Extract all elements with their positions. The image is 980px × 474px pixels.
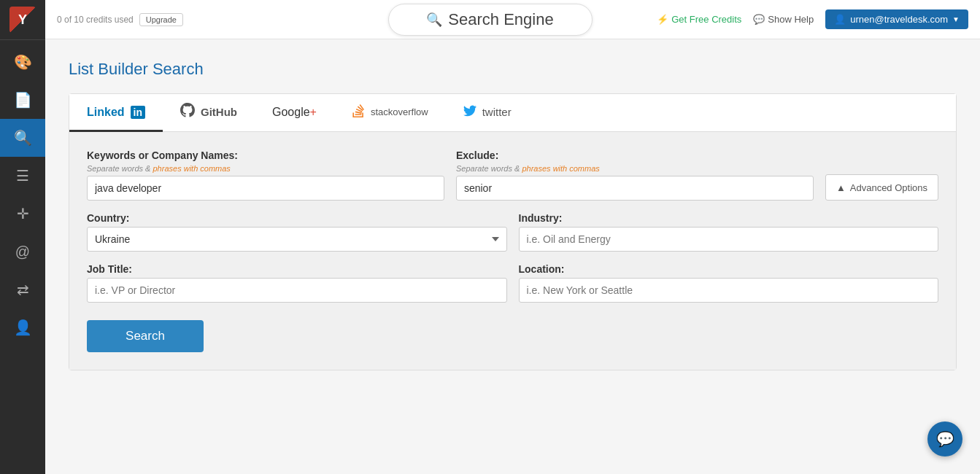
user-icon: 👤 [14, 319, 32, 336]
sidebar-item-target[interactable]: ✛ [0, 195, 45, 233]
tabs-header: Linkedin GitHub Google+ [69, 94, 956, 132]
advanced-options-label: Advanced Options [850, 182, 927, 193]
user-menu-button[interactable]: 👤 urnen@traveldesk.com ▼ [825, 9, 968, 29]
form-row-1: Keywords or Company Names: Separate word… [87, 149, 938, 201]
credits-used-text: 0 of 10 credits used [57, 15, 134, 25]
help-icon: 💬 [753, 14, 765, 25]
country-label: Country: [87, 212, 507, 224]
keywords-input[interactable] [87, 176, 444, 201]
keywords-label: Keywords or Company Names: [87, 149, 444, 161]
industry-input[interactable] [519, 227, 939, 252]
location-input[interactable] [519, 278, 939, 303]
industry-label: Industry: [519, 212, 939, 224]
target-icon: ✛ [17, 205, 29, 222]
logo-icon [9, 7, 36, 33]
keywords-group: Keywords or Company Names: Separate word… [87, 149, 444, 201]
tab-twitter[interactable]: twitter [446, 94, 529, 132]
topbar: 0 of 10 credits used Upgrade 🔍 Search En… [45, 0, 980, 39]
topbar-left: 0 of 10 credits used Upgrade [57, 13, 183, 26]
job-title-group: Job Title: [87, 263, 507, 303]
upgrade-button[interactable]: Upgrade [139, 13, 183, 26]
show-help-button[interactable]: 💬 Show Help [753, 14, 814, 25]
transfer-icon: ⇄ [17, 281, 29, 298]
form-row-3: Job Title: Location: [87, 263, 938, 303]
chat-bubble-button[interactable]: 💬 [927, 421, 962, 456]
get-free-credits-link[interactable]: ⚡ Get Free Credits [657, 14, 741, 25]
stackoverflow-icon [352, 104, 365, 120]
job-title-label: Job Title: [87, 263, 507, 275]
search-icon-pill: 🔍 [426, 12, 442, 28]
chevron-down-icon: ▼ [952, 15, 960, 23]
advanced-options-wrapper: ▲ Advanced Options [825, 174, 938, 201]
sidebar-item-list[interactable]: ☰ [0, 157, 45, 195]
search-button[interactable]: Search [87, 320, 204, 352]
stackoverflow-label: stackoverflow [371, 106, 428, 117]
sidebar-item-email[interactable]: @ [0, 233, 45, 271]
github-icon [180, 103, 195, 121]
tab-content-linkedin: Keywords or Company Names: Separate word… [69, 132, 956, 370]
linkedin-box: in [131, 106, 145, 119]
sidebar: 🎨 📄 🔍 ☰ ✛ @ ⇄ 👤 [0, 0, 45, 474]
user-avatar-icon: 👤 [834, 14, 846, 25]
get-credits-label: Get Free Credits [671, 14, 741, 25]
credits-icon: ⚡ [657, 14, 668, 25]
twitter-label: twitter [482, 106, 512, 118]
palette-icon: 🎨 [14, 53, 32, 71]
exclude-hint: Separate words & phrases with commas [456, 164, 814, 173]
chevron-up-icon: ▲ [836, 182, 846, 193]
sidebar-item-search[interactable]: 🔍 [0, 119, 45, 157]
tab-googleplus[interactable]: Google+ [255, 94, 334, 132]
list-icon: ☰ [16, 167, 29, 184]
search-engine-pill: 🔍 Search Engine [388, 4, 593, 36]
twitter-icon [463, 104, 477, 120]
tabs-wrapper: Linkedin GitHub Google+ [69, 93, 957, 370]
keywords-hint: Separate words & phrases with commas [87, 164, 444, 173]
exclude-input[interactable] [456, 176, 814, 201]
job-title-input[interactable] [87, 278, 507, 303]
location-group: Location: [519, 263, 939, 303]
sidebar-item-design[interactable]: 🎨 [0, 43, 45, 81]
sidebar-item-document[interactable]: 📄 [0, 81, 45, 119]
tab-stackoverflow[interactable]: stackoverflow [334, 94, 446, 132]
tab-github[interactable]: GitHub [163, 94, 255, 132]
form-row-2: Country: Ukraine United States United Ki… [87, 212, 938, 252]
advanced-options-button[interactable]: ▲ Advanced Options [825, 174, 938, 201]
topbar-center: 🔍 Search Engine [388, 4, 593, 36]
sidebar-item-transfer[interactable]: ⇄ [0, 271, 45, 308]
search-engine-title: Search Engine [448, 10, 553, 29]
googleplus-label: Google+ [272, 106, 317, 119]
show-help-label: Show Help [768, 14, 814, 25]
topbar-right: ⚡ Get Free Credits 💬 Show Help 👤 urnen@t… [657, 9, 968, 29]
sidebar-item-user[interactable]: 👤 [0, 308, 45, 346]
page-title: List Builder Search [69, 60, 957, 79]
exclude-label: Exclude: [456, 149, 814, 161]
document-icon: 📄 [14, 91, 32, 109]
location-label: Location: [519, 263, 939, 275]
country-group: Country: Ukraine United States United Ki… [87, 212, 507, 252]
industry-group: Industry: [519, 212, 939, 252]
main-area: 0 of 10 credits used Upgrade 🔍 Search En… [45, 0, 980, 474]
chat-icon: 💬 [936, 430, 954, 448]
exclude-group: Exclude: Separate words & phrases with c… [456, 149, 814, 201]
linkedin-text: Linked [87, 106, 125, 119]
github-label: GitHub [201, 106, 237, 118]
content-area: List Builder Search Linkedin GitHub Goog… [45, 39, 980, 474]
user-email-label: urnen@traveldesk.com [850, 14, 948, 25]
tab-linkedin[interactable]: Linkedin [69, 94, 163, 132]
email-icon: @ [15, 244, 30, 260]
search-icon: 🔍 [14, 129, 32, 147]
country-select[interactable]: Ukraine United States United Kingdom Ger… [87, 227, 507, 252]
app-logo [0, 0, 45, 40]
